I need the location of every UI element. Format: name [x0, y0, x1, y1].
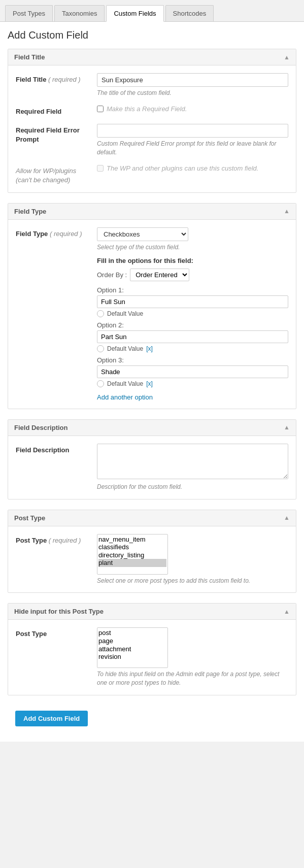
add-option-link[interactable]: Add another option	[97, 393, 153, 401]
tab-taxonomies[interactable]: Taxonomies	[54, 5, 105, 21]
option-1-default-row: Default Value	[97, 310, 288, 317]
option-2-default-text: Default Value	[107, 345, 143, 352]
field-description-row: Field Description Description for the cu…	[16, 444, 288, 491]
hide-post-type-toggle[interactable]: ▲	[284, 608, 290, 615]
tab-post-types[interactable]: Post Types	[5, 5, 53, 21]
field-type-section-header: Field Type ▲	[8, 204, 296, 220]
field-title-toggle[interactable]: ▲	[284, 54, 290, 61]
order-by-label: Order By :	[97, 271, 127, 279]
add-custom-field-button[interactable]: Add Custom Field	[15, 711, 88, 726]
wp-plugins-checkbox	[97, 165, 104, 172]
tab-shortcodes[interactable]: Shortcodes	[165, 5, 214, 21]
field-title-label: Field Title ( required )	[16, 73, 97, 84]
option-2-radio[interactable]	[97, 345, 104, 352]
tab-navigation: Post Types Taxonomies Custom Fields Shor…	[0, 0, 304, 22]
field-description-hint: Description for the custom field.	[97, 483, 288, 491]
field-type-select[interactable]: Checkboxes	[97, 227, 188, 241]
option-3-default-row: Default Value [x]	[97, 380, 288, 387]
post-type-label: Post Type ( required )	[16, 534, 97, 545]
required-field-checkbox-row: Make this a Required Field.	[97, 105, 288, 113]
post-type-hint: Select one or more post types to add thi…	[97, 577, 288, 585]
field-description-section-body: Field Description Description for the cu…	[8, 436, 296, 499]
post-type-toggle[interactable]: ▲	[284, 514, 290, 521]
tab-custom-fields[interactable]: Custom Fields	[106, 5, 163, 22]
fill-options-label: Fill in the options for this field:	[97, 257, 288, 264]
required-field-checkbox[interactable]	[97, 106, 104, 112]
hide-post-type-select[interactable]: post page attachment revision	[97, 627, 168, 668]
field-title-input[interactable]	[97, 73, 288, 87]
option-2-remove[interactable]: [x]	[146, 345, 153, 352]
option-2-item: Option 2: Default Value [x]	[97, 321, 288, 352]
option-3-input[interactable]	[97, 365, 288, 378]
hide-post-type-hint: To hide this input field on the Admin ed…	[97, 670, 288, 687]
field-description-label: Field Description	[16, 444, 97, 455]
submit-section: Add Custom Field	[8, 706, 296, 734]
error-prompt-label: Required Field Error Prompt	[16, 124, 97, 144]
hide-post-type-section-title: Hide input for this Post Type	[14, 608, 104, 615]
required-field-row: Required Field Make this a Required Fiel…	[16, 105, 288, 116]
field-type-row: Field Type ( required ) Checkboxes Selec…	[16, 227, 288, 401]
field-type-section-body: Field Type ( required ) Checkboxes Selec…	[8, 220, 296, 409]
option-1-label: Option 1:	[97, 286, 288, 294]
field-title-section-title: Field Title	[14, 53, 45, 61]
option-1-default-text: Default Value	[107, 310, 143, 317]
field-title-section-header: Field Title ▲	[8, 49, 296, 65]
field-description-section: Field Description ▲ Field Description De…	[8, 419, 296, 499]
field-title-control-wrap: The title of the custom field.	[97, 73, 288, 97]
error-prompt-hint: Custom Required Field Error prompt for t…	[97, 140, 288, 157]
field-description-toggle[interactable]: ▲	[284, 424, 290, 431]
hide-post-type-row: Post Type post page attachment revision …	[16, 627, 288, 687]
wp-plugins-label: Allow for WP/plugins (can't be changed)	[16, 164, 97, 185]
field-type-toggle[interactable]: ▲	[284, 208, 290, 215]
option-3-remove[interactable]: [x]	[146, 380, 153, 387]
field-type-section-title: Field Type	[14, 208, 46, 215]
option-3-label: Option 3:	[97, 356, 288, 364]
wp-plugins-checkbox-label: The WP and other plugins can use this cu…	[107, 164, 258, 172]
field-type-control-wrap: Checkboxes Select type of the custom fie…	[97, 227, 288, 401]
field-title-hint: The title of the custom field.	[97, 89, 288, 97]
post-type-row: Post Type ( required ) nav_menu_item cla…	[16, 534, 288, 585]
wp-plugins-control-wrap: The WP and other plugins can use this cu…	[97, 164, 288, 172]
post-type-section-title: Post Type	[14, 514, 45, 522]
order-by-row: Order By : Order Entered	[97, 269, 288, 281]
required-field-checkbox-label: Make this a Required Field.	[107, 105, 187, 113]
hide-post-type-section-body: Post Type post page attachment revision …	[8, 620, 296, 695]
error-prompt-control-wrap: Custom Required Field Error prompt for t…	[97, 124, 288, 157]
wp-plugins-checkbox-row: The WP and other plugins can use this cu…	[97, 164, 288, 172]
option-1-input[interactable]	[97, 295, 288, 308]
hide-post-type-section: Hide input for this Post Type ▲ Post Typ…	[8, 603, 296, 695]
option-2-label: Option 2:	[97, 321, 288, 329]
option-2-default-row: Default Value [x]	[97, 345, 288, 352]
field-type-label: Field Type ( required )	[16, 227, 97, 239]
error-prompt-input[interactable]	[97, 124, 288, 138]
option-2-input[interactable]	[97, 330, 288, 343]
option-1-radio[interactable]	[97, 310, 104, 317]
page-content: Add Custom Field Field Title ▲ Field Tit…	[0, 22, 304, 742]
field-description-control-wrap: Description for the custom field.	[97, 444, 288, 491]
field-description-section-title: Field Description	[14, 424, 67, 431]
wp-plugins-row: Allow for WP/plugins (can't be changed) …	[16, 164, 288, 185]
option-3-radio[interactable]	[97, 380, 104, 387]
post-type-section-body: Post Type ( required ) nav_menu_item cla…	[8, 526, 296, 593]
field-title-row: Field Title ( required ) The title of th…	[16, 73, 288, 97]
field-description-textarea[interactable]	[97, 444, 288, 479]
hide-post-type-label: Post Type	[16, 627, 97, 639]
post-type-section-header: Post Type ▲	[8, 510, 296, 526]
post-type-select[interactable]: nav_menu_item classifieds directory_list…	[97, 534, 168, 575]
field-type-section: Field Type ▲ Field Type ( required ) Che…	[8, 203, 296, 409]
field-description-section-header: Field Description ▲	[8, 420, 296, 436]
page-title: Add Custom Field	[8, 29, 296, 41]
required-field-control-wrap: Make this a Required Field.	[97, 105, 288, 113]
hide-post-type-control-wrap: post page attachment revision To hide th…	[97, 627, 288, 687]
post-type-section: Post Type ▲ Post Type ( required ) nav_m…	[8, 510, 296, 593]
field-title-section: Field Title ▲ Field Title ( required ) T…	[8, 49, 296, 193]
option-3-item: Option 3: Default Value [x]	[97, 356, 288, 387]
option-3-default-text: Default Value	[107, 380, 143, 387]
error-prompt-row: Required Field Error Prompt Custom Requi…	[16, 124, 288, 157]
order-by-select[interactable]: Order Entered	[130, 269, 189, 281]
post-type-control-wrap: nav_menu_item classifieds directory_list…	[97, 534, 288, 585]
required-field-label: Required Field	[16, 105, 97, 116]
hide-post-type-section-header: Hide input for this Post Type ▲	[8, 604, 296, 620]
option-1-item: Option 1: Default Value	[97, 286, 288, 317]
field-title-section-body: Field Title ( required ) The title of th…	[8, 65, 296, 192]
